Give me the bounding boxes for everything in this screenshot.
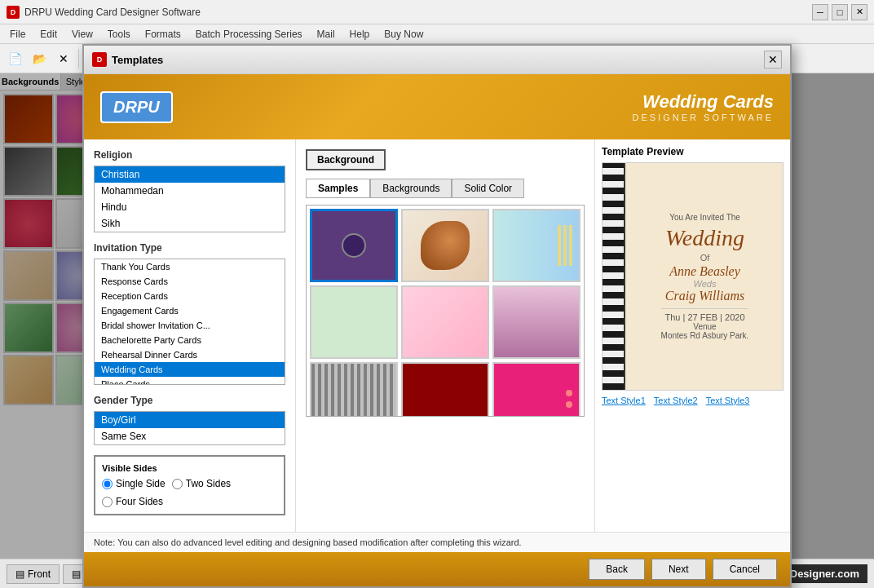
modal-logo: DRPU: [100, 91, 173, 123]
subtab-samples[interactable]: Samples: [306, 179, 370, 198]
text-style-1[interactable]: Text Style1: [602, 396, 646, 405]
radio-two-sides[interactable]: Two Sides: [172, 478, 231, 489]
toolbar-separator-1: [78, 49, 79, 69]
preview-weds: Weds: [661, 279, 749, 289]
text-styles: Text Style1 Text Style2 Text Style3: [602, 391, 784, 410]
t1-decoration: [342, 233, 366, 258]
invitation-item-5[interactable]: Bachelorette Party Cards: [95, 333, 285, 347]
back-button[interactable]: Back: [589, 559, 645, 580]
invitation-item-1[interactable]: Response Cards: [95, 274, 285, 289]
modal-title: D Templates: [92, 52, 163, 67]
preview-content: You Are Invited The Wedding Of Anne Beas…: [629, 205, 757, 348]
visible-sides-title: Visible Sides: [102, 463, 277, 473]
radio-four-sides[interactable]: Four Sides: [102, 496, 163, 507]
subtabs: Samples Backgrounds Solid Color: [306, 179, 585, 198]
preview-venue: Montes Rd Asbury Park.: [661, 331, 749, 340]
tab-front[interactable]: ▤ Front: [7, 564, 60, 584]
radio-single-label: Single Side: [116, 478, 166, 489]
template-thumb-1[interactable]: [310, 209, 398, 282]
religion-item-christian[interactable]: Christian: [95, 166, 285, 183]
preview-venue-label: Venue: [661, 322, 749, 331]
app-icon: D: [7, 6, 20, 19]
brand-line1: Wedding Cards: [633, 91, 774, 113]
t9-decoration: [566, 390, 572, 408]
subtab-solid-color[interactable]: Solid Color: [452, 179, 524, 198]
invitation-item-2[interactable]: Reception Cards: [95, 289, 285, 303]
gender-list: Boy/Girl Same Sex: [94, 411, 285, 445]
radio-two-label: Two Sides: [186, 478, 231, 489]
tab-front-label: Front: [28, 568, 51, 580]
invitation-item-4[interactable]: Bridal shower Invitation C...: [95, 318, 285, 333]
gender-item-samesex[interactable]: Same Sex: [95, 428, 285, 444]
gender-type-label: Gender Type: [94, 395, 285, 406]
template-thumb-4[interactable]: [310, 285, 398, 359]
action-bar: Back Next Cancel: [84, 552, 790, 586]
religion-item-hindu[interactable]: Hindu: [95, 199, 285, 215]
invitation-item-6[interactable]: Rehearsal Dinner Cards: [95, 347, 285, 362]
modal-close-button[interactable]: ✕: [764, 51, 782, 69]
text-style-2[interactable]: Text Style2: [654, 396, 698, 405]
template-thumb-3[interactable]: [492, 209, 580, 282]
menu-file[interactable]: File: [3, 27, 32, 42]
menu-formats[interactable]: Formats: [139, 27, 188, 42]
menu-mail[interactable]: Mail: [311, 27, 342, 42]
template-thumb-5[interactable]: [401, 285, 489, 359]
brand-line2: DESIGNER SOFTWARE: [633, 113, 774, 122]
visible-sides-box: Visible Sides Single Side Two Sides: [94, 455, 285, 515]
modal-overlay: D Templates ✕ DRPU Wedding Cards DESIGNE…: [0, 73, 874, 559]
menu-edit[interactable]: Edit: [33, 27, 64, 42]
modal-title-text: Templates: [112, 54, 163, 66]
menu-buy-now[interactable]: Buy Now: [377, 27, 430, 42]
template-thumb-2[interactable]: [401, 209, 489, 282]
radio-single-side[interactable]: Single Side: [102, 478, 166, 489]
menu-help[interactable]: Help: [343, 27, 377, 42]
close-button[interactable]: ✕: [851, 4, 867, 20]
modal-left-section: Religion Christian Mohammedan Hindu Sikh…: [84, 139, 296, 532]
template-thumb-9[interactable]: [492, 362, 580, 417]
invitation-item-3[interactable]: Engagement Cards: [95, 303, 285, 318]
modal-icon: D: [92, 52, 107, 67]
preview-date: Thu | 27 FEB | 2020: [661, 308, 749, 322]
maximize-button[interactable]: □: [832, 4, 848, 20]
menu-tools[interactable]: Tools: [101, 27, 137, 42]
preview-section: Template Preview You Are Invited The Wed…: [594, 139, 790, 532]
menu-batch-processing[interactable]: Batch Processing Series: [189, 27, 309, 42]
religion-item-sikh[interactable]: Sikh: [95, 215, 285, 232]
preview-border-decoration: [603, 163, 625, 390]
template-thumb-7[interactable]: [310, 362, 398, 417]
window-controls: ─ □ ✕: [812, 4, 867, 20]
open-button[interactable]: 📂: [28, 47, 51, 70]
t2-decoration: [421, 221, 470, 270]
template-thumb-8[interactable]: [401, 362, 489, 417]
t3-decoration: [558, 225, 572, 266]
modal-right-section: Background Samples Backgrounds Solid Col…: [296, 139, 594, 532]
religion-item-mohammedan[interactable]: Mohammedan: [95, 183, 285, 199]
invitation-item-0[interactable]: Thank You Cards: [95, 259, 285, 274]
religion-label: Religion: [94, 149, 285, 161]
minimize-button[interactable]: ─: [812, 4, 828, 20]
menu-bar: File Edit View Tools Formats Batch Proce…: [0, 24, 874, 44]
invitation-item-8[interactable]: Place Cards: [95, 377, 285, 385]
cancel-button[interactable]: Cancel: [713, 559, 777, 580]
menu-view[interactable]: View: [65, 27, 99, 42]
new-button[interactable]: 📄: [3, 47, 26, 70]
modal-header: DRPU Wedding Cards DESIGNER SOFTWARE: [84, 74, 790, 139]
gender-item-boygirl[interactable]: Boy/Girl: [95, 412, 285, 428]
next-button[interactable]: Next: [651, 559, 706, 580]
app-title: DRPU Wedding Card Designer Software: [24, 7, 201, 18]
invitation-list: Thank You Cards Response Cards Reception…: [94, 259, 285, 385]
background-button[interactable]: Background: [306, 149, 386, 170]
radio-group-sides: Single Side Two Sides Four Sides: [102, 478, 277, 507]
title-bar: D DRPU Wedding Card Designer Software ─ …: [0, 0, 874, 24]
subtab-backgrounds[interactable]: Backgrounds: [370, 179, 452, 198]
preview-of: Of: [661, 253, 749, 263]
preview-wedding: Wedding: [661, 225, 749, 251]
text-style-3[interactable]: Text Style3: [706, 396, 750, 405]
template-thumb-6[interactable]: [492, 285, 580, 359]
radio-four-label: Four Sides: [116, 496, 163, 507]
tab-back-icon: ▤: [72, 568, 81, 580]
modal-content: Religion Christian Mohammedan Hindu Sikh…: [84, 139, 790, 586]
close-doc-button[interactable]: ✕: [52, 47, 75, 70]
preview-card: You Are Invited The Wedding Of Anne Beas…: [602, 162, 784, 391]
invitation-item-7[interactable]: Wedding Cards: [95, 362, 285, 377]
